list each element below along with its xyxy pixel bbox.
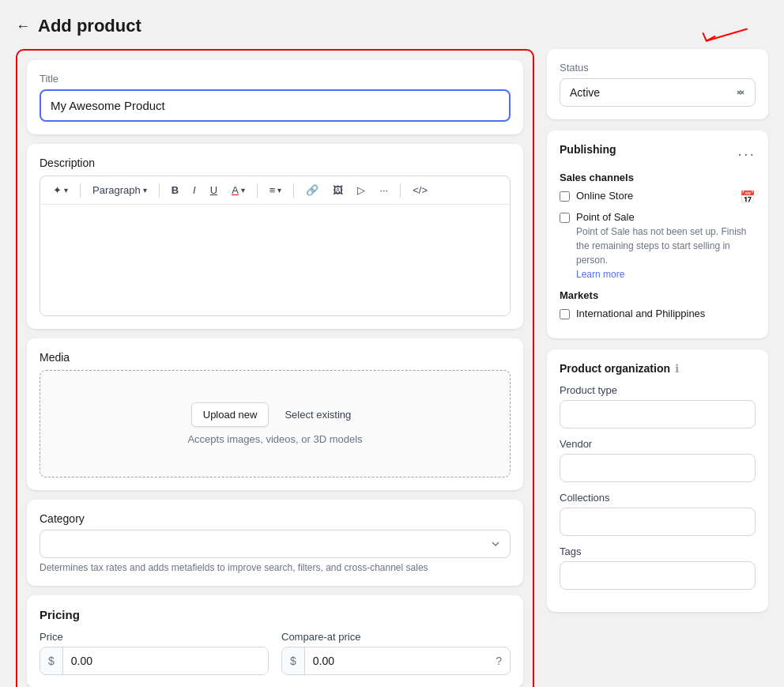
media-section: Media Upload new Select existing Accepts… — [27, 338, 523, 490]
sales-channels-title: Sales channels — [560, 172, 756, 183]
org-title: Product organization — [560, 362, 670, 375]
play-button[interactable]: ▷ — [352, 181, 370, 199]
link-icon: 🔗 — [306, 184, 318, 196]
toolbar-separator-5 — [400, 183, 401, 198]
pos-checkbox[interactable] — [560, 213, 570, 223]
color-button[interactable]: A ▾ — [227, 181, 250, 199]
page-title: Add product — [38, 16, 141, 36]
left-column: Title Description ✦ ▾ Paragraph ▾ — [16, 49, 534, 687]
media-label: Media — [40, 351, 511, 364]
category-select[interactable] — [40, 530, 511, 558]
pos-name: Point of Sale — [576, 211, 756, 223]
compare-price-label: Compare-at price — [281, 631, 511, 643]
vendor-input[interactable] — [560, 454, 756, 482]
price-label: Price — [40, 631, 269, 643]
chevron-down-icon-3: ▾ — [241, 186, 245, 194]
tags-label: Tags — [560, 545, 756, 557]
calendar-icon: 📅 — [740, 190, 756, 205]
product-type-label: Product type — [560, 384, 756, 396]
paragraph-label: Paragraph — [92, 184, 141, 196]
align-button[interactable]: ≡ ▾ — [265, 181, 287, 199]
toolbar-separator-2 — [159, 183, 160, 198]
code-button[interactable]: </> — [408, 181, 432, 199]
product-org-card: Product organization ℹ Product type Vend… — [547, 349, 768, 612]
pos-note: Point of Sale has not been set up. Finis… — [576, 225, 756, 267]
channel-item-pos: Point of Sale Point of Sale has not been… — [560, 211, 756, 280]
upload-new-button[interactable]: Upload new — [191, 402, 270, 427]
vendor-field: Vendor — [560, 438, 756, 482]
publishing-card: Publishing ··· Sales channels Online Sto… — [547, 130, 768, 338]
editor-toolbar: ✦ ▾ Paragraph ▾ B I U A ▾ — [40, 176, 510, 205]
description-label: Description — [40, 157, 511, 169]
bold-button[interactable]: B — [167, 181, 183, 199]
org-header: Product organization ℹ — [560, 362, 756, 375]
international-market-name: International and Philippines — [576, 308, 705, 319]
category-label: Category — [40, 512, 511, 525]
pricing-title: Pricing — [40, 608, 511, 621]
learn-more-link[interactable]: Learn more — [576, 269, 624, 280]
image-icon: 🖼 — [333, 184, 343, 196]
compare-price-prefix: $ — [282, 647, 305, 674]
page-header: ← Add product — [16, 16, 768, 36]
play-icon: ▷ — [357, 184, 365, 196]
media-hint: Accepts images, videos, or 3D models — [56, 433, 494, 445]
color-icon: A — [232, 184, 239, 196]
description-body[interactable] — [40, 205, 510, 315]
vendor-label: Vendor — [560, 438, 756, 450]
compare-price-field: Compare-at price $ ? — [281, 631, 511, 675]
category-hint: Determines tax rates and adds metafields… — [40, 562, 511, 573]
chevron-down-icon-4: ▾ — [277, 186, 281, 194]
chevron-down-icon-2: ▾ — [143, 186, 147, 194]
tags-input[interactable] — [560, 561, 756, 590]
image-button[interactable]: 🖼 — [328, 181, 348, 199]
org-info-icon[interactable]: ℹ — [675, 362, 679, 375]
magic-button[interactable]: ✦ ▾ — [48, 181, 73, 199]
toolbar-separator-3 — [257, 183, 258, 198]
price-field: Price $ — [40, 631, 269, 675]
align-icon: ≡ — [270, 184, 276, 196]
compare-price-input[interactable] — [305, 647, 488, 674]
publishing-header: Publishing ··· — [560, 143, 756, 164]
title-input[interactable] — [40, 89, 511, 122]
link-button[interactable]: 🔗 — [301, 181, 323, 199]
market-item-international: International and Philippines — [560, 308, 756, 319]
category-section: Category Determines tax rates and adds m… — [27, 500, 523, 586]
svg-line-0 — [707, 13, 748, 56]
status-select[interactable]: Active Draft Archived — [560, 78, 756, 107]
compare-price-input-wrap: $ ? — [281, 647, 511, 675]
toolbar-separator-4 — [293, 183, 294, 198]
paragraph-dropdown[interactable]: Paragraph ▾ — [88, 181, 152, 199]
right-column: Status Active Draft Archived Publishing … — [547, 49, 768, 612]
publishing-title: Publishing — [560, 143, 616, 156]
main-layout: Title Description ✦ ▾ Paragraph ▾ — [16, 49, 768, 687]
online-store-checkbox[interactable] — [560, 191, 570, 202]
channel-item-online-store: Online Store 📅 — [560, 190, 756, 205]
media-buttons: Upload new Select existing — [56, 402, 494, 427]
collections-field: Collections — [560, 492, 756, 536]
online-store-name: Online Store — [576, 190, 633, 202]
description-editor: ✦ ▾ Paragraph ▾ B I U A ▾ — [40, 176, 511, 316]
price-input-wrap: $ — [40, 647, 269, 675]
product-type-input[interactable] — [560, 400, 756, 428]
price-input[interactable] — [63, 647, 268, 674]
price-prefix: $ — [40, 647, 63, 674]
italic-button[interactable]: I — [188, 181, 201, 199]
collections-input[interactable] — [560, 508, 756, 536]
collections-label: Collections — [560, 492, 756, 504]
help-icon[interactable]: ? — [488, 647, 510, 674]
toolbar-separator-1 — [80, 183, 81, 198]
more-formats-button[interactable]: ··· — [375, 181, 393, 199]
select-existing-button[interactable]: Select existing — [277, 402, 359, 427]
product-type-field: Product type — [560, 384, 756, 428]
back-button[interactable]: ← — [16, 18, 30, 35]
description-section: Description ✦ ▾ Paragraph ▾ B I U — [27, 144, 523, 329]
markets-title: Markets — [560, 289, 756, 301]
underline-button[interactable]: U — [205, 181, 222, 199]
magic-icon: ✦ — [53, 184, 62, 196]
international-market-checkbox[interactable] — [560, 309, 570, 319]
publishing-more-button[interactable]: ··· — [737, 145, 756, 161]
pricing-row: Price $ Compare-at price $ ? — [40, 631, 511, 675]
tags-field: Tags — [560, 545, 756, 590]
media-dropzone[interactable]: Upload new Select existing Accepts image… — [40, 370, 511, 478]
title-label: Title — [40, 73, 511, 85]
